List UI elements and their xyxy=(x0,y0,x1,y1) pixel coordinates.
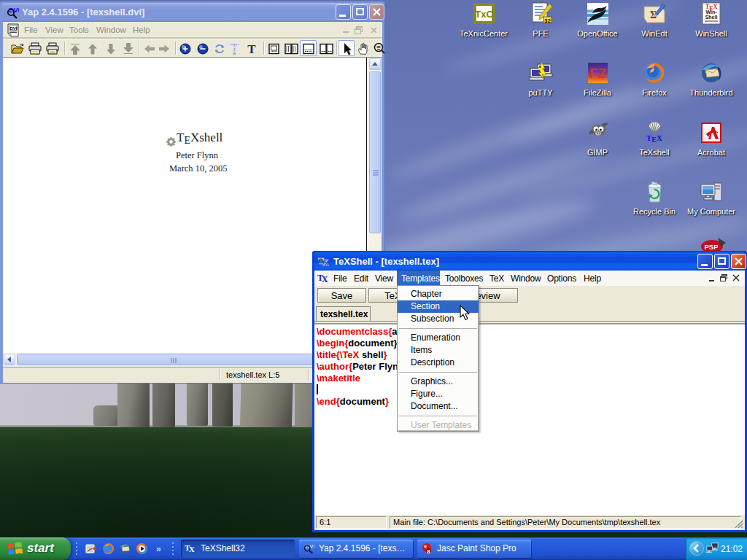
svg-text:X: X xyxy=(322,274,328,284)
svg-text:Shell: Shell xyxy=(705,15,717,20)
svg-text:TxC: TxC xyxy=(475,9,493,20)
svg-text:DVI: DVI xyxy=(10,26,18,31)
svg-text:T: T xyxy=(247,42,256,56)
svg-text:Win-: Win- xyxy=(705,9,717,15)
svg-text:X: X xyxy=(189,545,196,553)
svg-text:8: 8 xyxy=(427,548,430,555)
svg-text:FZ: FZ xyxy=(589,66,606,81)
svg-text:32: 32 xyxy=(544,18,551,24)
svg-text:TEX: TEX xyxy=(646,133,662,144)
svg-text:PSP: PSP xyxy=(704,243,719,251)
svg-text:X: X xyxy=(322,257,329,268)
